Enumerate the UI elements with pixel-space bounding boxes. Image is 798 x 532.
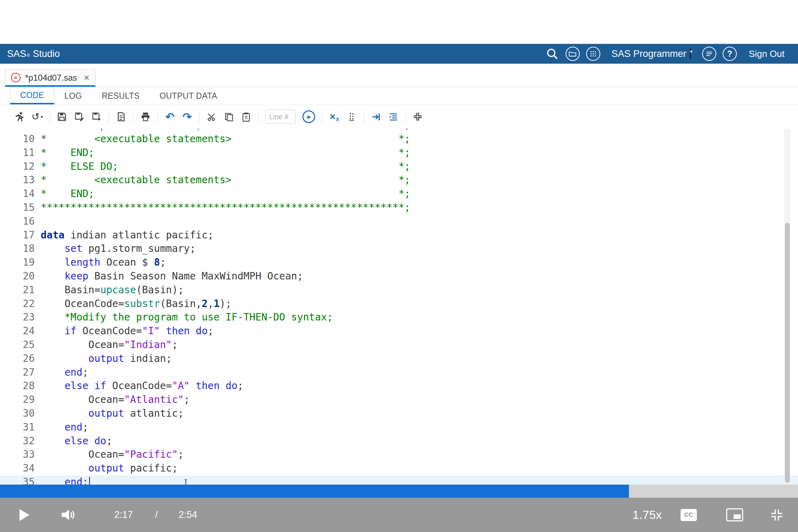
picture-in-picture-icon[interactable] (726, 508, 743, 521)
code-text: length Ocean $ 8; (35, 256, 166, 268)
code-line[interactable]: 11* END; *; (0, 146, 798, 160)
toolbar-separator (405, 110, 406, 123)
code-text: Ocean="Indian"; (35, 339, 178, 351)
download-program-icon[interactable] (91, 109, 102, 124)
code-line[interactable]: 33 Ocean="Pacific"; (0, 448, 798, 462)
code-text: * END; *; (35, 147, 410, 158)
line-number: 17 (0, 229, 35, 242)
code-line[interactable]: 21 Basin=upcase(Basin); (0, 283, 798, 297)
volume-icon[interactable] (61, 508, 76, 521)
code-line[interactable]: 22 OceanCode=substr(Basin,2,1); (0, 297, 798, 311)
line-number: 30 (0, 407, 35, 421)
code-editor[interactable]: 9* IF expression THEN DO; *;10* <executa… (0, 129, 798, 485)
clear-code-icon[interactable]: ×x (329, 109, 340, 124)
save-as-icon[interactable] (74, 109, 85, 124)
code-line[interactable]: 35 end;I (0, 475, 798, 485)
print-icon[interactable] (140, 109, 151, 124)
submission-history-icon[interactable]: ↺▾ (31, 109, 43, 124)
app-header: SAS® Studio SAS Programmer ▾ ? Sig (0, 44, 798, 64)
scrollbar-thumb[interactable] (785, 223, 790, 483)
code-line[interactable]: 19 length Ocean $ 8; (0, 256, 798, 270)
tab-results[interactable]: RESULTS (92, 87, 150, 104)
top-letterbox (0, 0, 798, 44)
line-number: 32 (0, 434, 35, 448)
code-line[interactable]: 14* END; *; (0, 187, 798, 201)
indent-guides-icon[interactable] (346, 109, 357, 124)
copy-icon[interactable] (224, 109, 234, 124)
code-line[interactable]: 17data indian atlantic pacific; (0, 229, 798, 242)
code-text: * <executable statements> *; (35, 174, 410, 186)
code-line[interactable]: 26 output indian; (0, 352, 798, 366)
code-line[interactable]: 13* <executable statements> *; (0, 173, 798, 187)
code-line[interactable]: 25 Ocean="Indian"; (0, 338, 798, 352)
preferences-list-icon[interactable] (702, 47, 716, 61)
tab-log[interactable]: LOG (54, 87, 92, 104)
restore-view-icon[interactable] (412, 109, 423, 124)
code-line[interactable]: 15**************************************… (0, 201, 798, 215)
code-line[interactable]: 29 Ocean="Atlantic"; (0, 393, 798, 407)
folder-icon[interactable] (566, 47, 580, 61)
line-number-input[interactable] (265, 110, 296, 124)
code-line[interactable]: 32 else do; (0, 434, 798, 448)
user-role-menu[interactable]: SAS Programmer ▾ (612, 48, 691, 59)
code-line[interactable]: 24 if OceanCode="I" then do; (0, 324, 798, 338)
close-tab-icon[interactable]: × (84, 73, 89, 83)
toolbar-separator (109, 110, 109, 123)
total-time: 2:54 (179, 509, 197, 520)
toolbar-separator (322, 110, 322, 123)
tab-output-data[interactable]: OUTPUT DATA (150, 87, 227, 104)
code-line[interactable]: 28 else if OceanCode="A" then do; (0, 379, 798, 393)
code-line[interactable]: 12* ELSE DO; *; (0, 160, 798, 174)
code-text: Ocean="Atlantic"; (35, 394, 190, 405)
brand-studio: Studio (33, 48, 60, 59)
redo-icon[interactable]: ↷ (182, 109, 192, 124)
undo-icon[interactable]: ↶ (164, 109, 175, 124)
exit-fullscreen-icon[interactable] (770, 508, 784, 522)
copy-to-my-folder-icon[interactable] (116, 109, 126, 124)
run-icon[interactable] (14, 109, 25, 124)
code-text: * IF expression THEN DO; *; (35, 129, 410, 131)
line-number: 16 (0, 215, 35, 229)
code-line[interactable]: 9* IF expression THEN DO; *; (0, 129, 798, 132)
brand-sas: SAS (7, 48, 26, 59)
code-text: Basin=upcase(Basin); (35, 284, 184, 296)
line-number: 28 (0, 379, 35, 393)
tab-p104d07-sas[interactable]: × *p104d07.sas × (5, 70, 96, 87)
cut-icon[interactable] (206, 109, 217, 124)
toolbar-separator (50, 110, 50, 123)
code-line[interactable]: 20 keep Basin Season Name MaxWindMPH Oce… (0, 270, 798, 283)
playback-speed-button[interactable]: 1.75x (632, 508, 662, 522)
code-line[interactable]: 31 end; (0, 421, 798, 434)
sign-out-button[interactable]: Sign Out (749, 48, 785, 59)
closed-captions-button[interactable]: CC (681, 509, 697, 521)
code-line[interactable]: 10* <executable statements> *; (0, 132, 798, 146)
code-line[interactable]: 18 set pg1.storm_summary; (0, 242, 798, 256)
code-text: else do; (35, 435, 112, 447)
line-number: 10 (0, 132, 35, 146)
code-line[interactable]: 30 output atlantic; (0, 407, 798, 421)
apps-grid-icon[interactable] (586, 47, 600, 61)
search-icon[interactable] (545, 47, 559, 61)
mouse-ibeam-cursor: I (184, 476, 187, 485)
goto-line-marker-icon[interactable] (371, 109, 381, 124)
help-icon[interactable]: ? (723, 47, 737, 61)
save-icon[interactable] (57, 109, 67, 124)
code-line[interactable]: 27 end; (0, 366, 798, 380)
play-button[interactable] (19, 509, 29, 521)
format-code-icon[interactable] (388, 109, 399, 124)
header-actions: SAS Programmer ▾ ? Sign Out (545, 47, 785, 61)
code-text: output atlantic; (35, 407, 184, 419)
code-text: * <executable statements> *; (35, 133, 410, 145)
vertical-scrollbar[interactable] (784, 129, 790, 485)
chevron-down-icon: ▾ (41, 114, 43, 120)
code-line[interactable]: 16 (0, 215, 798, 229)
line-number: 21 (0, 283, 35, 297)
text-caret (89, 477, 90, 485)
go-to-line-button[interactable]: ▶ (302, 109, 315, 124)
code-line[interactable]: 34 output pacific; (0, 462, 798, 475)
code-line[interactable]: 23 *Modify the program to use IF-THEN-DO… (0, 311, 798, 324)
toolbar-separator (364, 110, 364, 123)
video-progress-bar[interactable] (0, 485, 798, 498)
tab-code[interactable]: CODE (10, 87, 54, 104)
paste-icon[interactable] (241, 109, 251, 124)
